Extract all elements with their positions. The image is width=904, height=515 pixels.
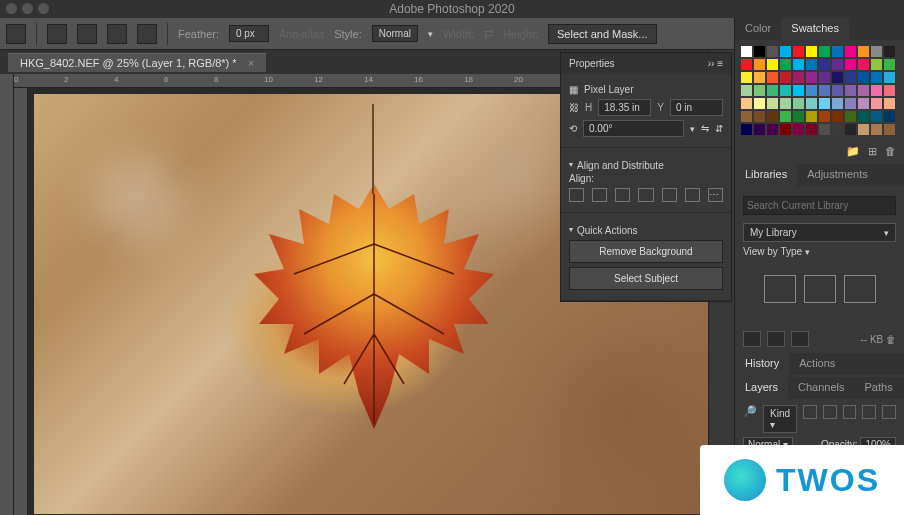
swatch[interactable] (741, 98, 752, 109)
swatch[interactable] (845, 46, 856, 57)
swatch[interactable] (767, 59, 778, 70)
close-icon[interactable]: × (248, 57, 254, 69)
swatch[interactable] (793, 46, 804, 57)
rotate-field[interactable]: 0.00° (583, 120, 684, 137)
swatch[interactable] (741, 59, 752, 70)
library-dropdown[interactable]: My Library▾ (743, 223, 896, 242)
swatch[interactable] (845, 72, 856, 83)
swatch[interactable] (832, 72, 843, 83)
chevron-down-icon[interactable]: ▾ (428, 29, 433, 39)
sync-icon[interactable] (791, 331, 809, 347)
swatch[interactable] (871, 46, 882, 57)
filter-smart-icon[interactable] (882, 405, 896, 419)
swatch[interactable] (780, 98, 791, 109)
swatch[interactable] (858, 85, 869, 96)
swatch[interactable] (754, 59, 765, 70)
filter-type-icon[interactable] (843, 405, 857, 419)
filter-kind[interactable]: Kind ▾ (763, 405, 797, 433)
swatch[interactable] (832, 111, 843, 122)
tab-paths[interactable]: Paths (855, 377, 903, 399)
tab-layers[interactable]: Layers (735, 377, 788, 399)
swatch[interactable] (871, 111, 882, 122)
swatch[interactable] (832, 59, 843, 70)
swatch[interactable] (858, 98, 869, 109)
align-bottom-icon[interactable] (685, 188, 700, 202)
style-field[interactable]: Normal (372, 25, 418, 42)
select-subject-button[interactable]: Select Subject (569, 267, 723, 290)
align-hcenter-icon[interactable] (592, 188, 607, 202)
tab-color[interactable]: Color (735, 18, 781, 40)
flip-v-icon[interactable]: ⇵ (715, 123, 723, 134)
swatch[interactable] (845, 111, 856, 122)
swatch[interactable] (832, 46, 843, 57)
tab-channels[interactable]: Channels (788, 377, 854, 399)
align-section-header[interactable]: Align and Distribute (569, 160, 723, 171)
flip-h-icon[interactable]: ⇋ (701, 123, 709, 134)
align-vcenter-icon[interactable] (662, 188, 677, 202)
swatch[interactable] (806, 59, 817, 70)
swatch[interactable] (871, 98, 882, 109)
ruler-vertical[interactable] (14, 88, 28, 515)
swatch[interactable] (858, 59, 869, 70)
swatch[interactable] (858, 46, 869, 57)
swatch[interactable] (819, 46, 830, 57)
add-icon[interactable] (743, 331, 761, 347)
trash-icon[interactable]: 🗑 (886, 334, 896, 345)
swatch[interactable] (793, 111, 804, 122)
swatch[interactable] (858, 124, 869, 135)
swatch[interactable] (793, 85, 804, 96)
toolbox-collapsed[interactable] (0, 74, 14, 515)
link-icon[interactable]: ⛓ (569, 102, 579, 113)
filter-adj-icon[interactable] (823, 405, 837, 419)
swatch[interactable] (741, 124, 752, 135)
more-icon[interactable]: ⋯ (708, 188, 723, 202)
swatch[interactable] (832, 85, 843, 96)
swatch[interactable] (845, 98, 856, 109)
swatch[interactable] (793, 124, 804, 135)
trash-icon[interactable]: 🗑 (885, 145, 896, 158)
swatch[interactable] (819, 111, 830, 122)
sel-sub-icon[interactable] (107, 24, 127, 44)
swatch[interactable] (858, 111, 869, 122)
align-top-icon[interactable] (638, 188, 653, 202)
y-field[interactable]: 0 in (670, 99, 723, 116)
swatch[interactable] (754, 98, 765, 109)
traffic-lights[interactable] (6, 3, 49, 14)
swatch[interactable] (871, 124, 882, 135)
swatch[interactable] (884, 46, 895, 57)
swatch[interactable] (754, 111, 765, 122)
swatch[interactable] (767, 111, 778, 122)
swatch[interactable] (858, 72, 869, 83)
swatch[interactable] (819, 85, 830, 96)
swatch[interactable] (793, 72, 804, 83)
folder-icon[interactable]: 📁 (846, 145, 860, 158)
new-swatch-icon[interactable]: ⊞ (868, 145, 877, 158)
swatch[interactable] (884, 111, 895, 122)
swatch[interactable] (845, 85, 856, 96)
swatch[interactable] (884, 72, 895, 83)
swatch[interactable] (741, 111, 752, 122)
swatch[interactable] (780, 124, 791, 135)
swatch[interactable] (819, 59, 830, 70)
swatch[interactable] (819, 124, 830, 135)
swatch[interactable] (780, 72, 791, 83)
tab-adjustments[interactable]: Adjustments (797, 164, 878, 186)
swatch[interactable] (741, 72, 752, 83)
swatch[interactable] (767, 85, 778, 96)
swatch[interactable] (806, 72, 817, 83)
swatch[interactable] (832, 98, 843, 109)
swatch[interactable] (884, 85, 895, 96)
swatch[interactable] (871, 72, 882, 83)
swatch[interactable] (754, 85, 765, 96)
sel-int-icon[interactable] (137, 24, 157, 44)
panel-menu-icon[interactable]: ›› ≡ (708, 58, 723, 69)
tool-preset-icon[interactable] (6, 24, 26, 44)
feather-field[interactable]: 0 px (229, 25, 269, 42)
swatch[interactable] (793, 59, 804, 70)
swatch[interactable] (884, 98, 895, 109)
swatch[interactable] (806, 124, 817, 135)
align-right-icon[interactable] (615, 188, 630, 202)
swatch[interactable] (845, 124, 856, 135)
swatch[interactable] (871, 85, 882, 96)
remove-background-button[interactable]: Remove Background (569, 240, 723, 263)
